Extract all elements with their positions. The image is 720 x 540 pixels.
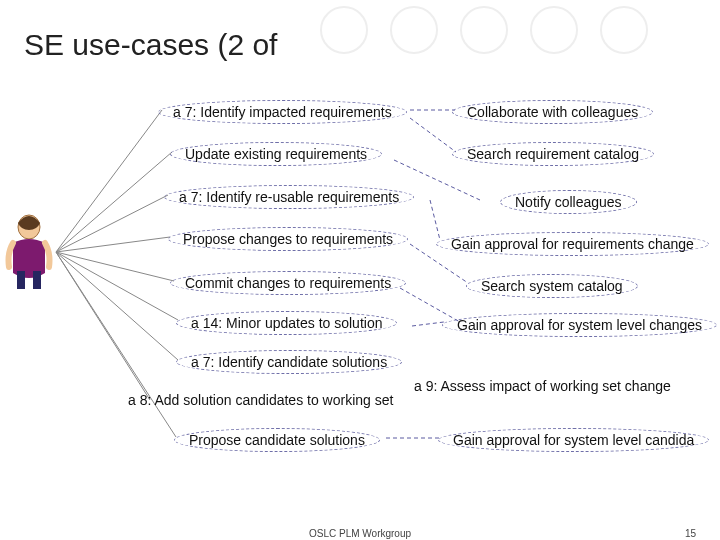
usecase-gain-approval-req-change: Gain approval for requirements change — [436, 232, 709, 256]
svg-line-0 — [56, 110, 162, 252]
svg-rect-19 — [33, 271, 41, 289]
usecase-add-solution-candidates: a 8: Add solution candidates to working … — [128, 392, 393, 408]
svg-line-8 — [56, 252, 176, 437]
usecase-search-system-catalog: Search system catalog — [466, 274, 638, 298]
usecase-update-existing-requirements: Update existing requirements — [170, 142, 382, 166]
svg-line-1 — [56, 152, 172, 252]
page-title: SE use-cases (2 of — [24, 28, 277, 62]
usecase-collaborate-with-colleagues: Collaborate with colleagues — [452, 100, 653, 124]
deco-circle — [460, 6, 508, 54]
svg-line-5 — [56, 252, 178, 320]
svg-line-3 — [56, 237, 170, 252]
usecase-commit-changes-requirements: Commit changes to requirements — [170, 271, 406, 295]
deco-circle — [600, 6, 648, 54]
person-icon — [1, 213, 57, 291]
system-engineer-actor — [1, 213, 57, 291]
slide-number: 15 — [685, 528, 696, 539]
usecase-minor-updates-solution: a 14: Minor updates to solution — [176, 311, 397, 335]
slide: SE use-cases (2 of a — [0, 0, 720, 540]
usecase-search-requirement-catalog: Search requirement catalog — [452, 142, 654, 166]
svg-line-7 — [56, 252, 150, 400]
usecase-notify-colleagues: Notify colleagues — [500, 190, 637, 214]
svg-rect-18 — [17, 271, 25, 289]
svg-line-6 — [56, 252, 178, 360]
usecase-identify-candidate-solutions: a 7: Identify candidate solutions — [176, 350, 402, 374]
svg-line-2 — [56, 195, 168, 252]
usecase-identify-reusable-requirements: a 7: Identify re-usable requirements — [164, 185, 414, 209]
usecase-propose-candidate-solutions: Propose candidate solutions — [174, 428, 380, 452]
svg-line-10 — [410, 118, 456, 152]
svg-line-4 — [56, 252, 174, 281]
deco-circle — [320, 6, 368, 54]
deco-circle — [390, 6, 438, 54]
footer-workgroup: OSLC PLM Workgroup — [309, 528, 411, 539]
association-lines — [0, 0, 720, 540]
usecase-gain-approval-system-candidate: Gain approval for system level candida — [438, 428, 709, 452]
deco-circle — [530, 6, 578, 54]
svg-line-15 — [412, 322, 444, 326]
svg-line-12 — [430, 200, 440, 240]
usecase-propose-changes-requirements: Propose changes to requirements — [168, 227, 408, 251]
usecase-gain-approval-system-changes: Gain approval for system level changes — [442, 313, 717, 337]
usecase-identify-impacted-requirements: a 7: Identify impacted requirements — [158, 100, 407, 124]
svg-line-14 — [400, 288, 460, 322]
usecase-assess-impact-working-set: a 9: Assess impact of working set change — [414, 378, 671, 394]
